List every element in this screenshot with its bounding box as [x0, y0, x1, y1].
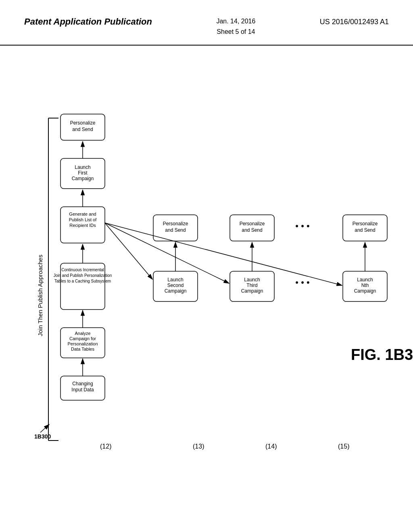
svg-text:Recipient IDs: Recipient IDs	[69, 223, 96, 228]
svg-text:Publish List of: Publish List of	[69, 217, 97, 222]
svg-text:Join and Publish Personalizati: Join and Publish Personalization	[54, 273, 112, 278]
svg-text:(14): (14)	[265, 443, 277, 450]
svg-text:(12): (12)	[100, 443, 111, 450]
svg-text:Personalize: Personalize	[70, 120, 96, 126]
svg-text:Personalize: Personalize	[353, 221, 378, 227]
svg-text:and Send: and Send	[242, 227, 262, 233]
svg-text:Campaign: Campaign	[72, 176, 94, 181]
svg-text:Third: Third	[246, 283, 257, 288]
publication-number: US 2016/0012493 A1	[320, 16, 389, 28]
svg-text:and Send: and Send	[355, 227, 375, 233]
svg-text:(15): (15)	[338, 443, 349, 450]
svg-text:Generate and: Generate and	[69, 212, 96, 216]
svg-text:Input Data: Input Data	[71, 387, 94, 393]
svg-text:Continuous Incremental: Continuous Incremental	[61, 268, 104, 272]
svg-text:FIG. 1B3: FIG. 1B3	[351, 346, 413, 363]
svg-text:and Send: and Send	[72, 127, 93, 132]
svg-text:Launch: Launch	[75, 164, 90, 170]
publication-date-sheet: Jan. 14, 2016 Sheet 5 of 14	[216, 16, 255, 37]
svg-text:Launch: Launch	[167, 277, 183, 283]
svg-text:Second: Second	[167, 283, 184, 288]
svg-text:Data Tables: Data Tables	[71, 347, 94, 351]
svg-text:Tables to a Caching Subsystem: Tables to a Caching Subsystem	[54, 279, 111, 283]
svg-line-5	[40, 424, 49, 432]
svg-text:Analyze: Analyze	[75, 331, 90, 336]
svg-text:and Send: and Send	[165, 227, 186, 233]
diagram-svg: Join Then Publish Approaches 1B300 (12) …	[0, 46, 413, 529]
publication-title: Patent Application Publication	[24, 16, 152, 28]
svg-text:Personalize: Personalize	[163, 221, 188, 227]
svg-text:Campaign: Campaign	[354, 288, 376, 294]
svg-line-64	[105, 223, 152, 279]
svg-text:Personalize: Personalize	[240, 221, 265, 227]
svg-text:Launch: Launch	[244, 277, 260, 283]
svg-text:Campaign for: Campaign for	[69, 336, 96, 341]
svg-text:Launch: Launch	[357, 277, 373, 283]
svg-text:• • •: • • •	[295, 277, 309, 287]
svg-text:First: First	[78, 170, 88, 176]
svg-text:• • •: • • •	[295, 221, 309, 231]
svg-line-66	[105, 223, 342, 285]
svg-text:Personalization: Personalization	[67, 341, 98, 346]
svg-text:Campaign: Campaign	[241, 288, 263, 294]
svg-text:Join Then Publish Approaches: Join Then Publish Approaches	[37, 255, 44, 336]
svg-text:Nth: Nth	[361, 283, 369, 288]
page-header: Patent Application Publication Jan. 14, …	[0, 0, 413, 46]
svg-text:(13): (13)	[193, 443, 204, 450]
svg-text:1B300: 1B300	[34, 433, 51, 440]
svg-text:Campaign: Campaign	[165, 288, 187, 294]
diagram-area: Join Then Publish Approaches 1B300 (12) …	[0, 46, 413, 529]
svg-text:Changing: Changing	[72, 381, 93, 387]
